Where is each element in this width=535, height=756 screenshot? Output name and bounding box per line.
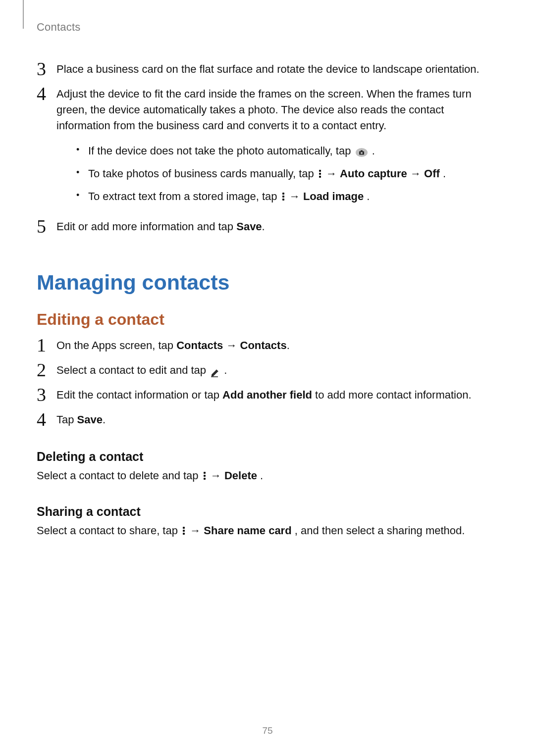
text: Select a contact to share, tap <box>37 524 181 537</box>
bold-text: Share name card <box>204 524 291 537</box>
edit-step-2: 2 Select a contact to edit and tap . <box>37 362 498 379</box>
steps-top: 3 Place a business card on the flat surf… <box>37 61 498 236</box>
text: If the device does not take the photo au… <box>88 145 354 157</box>
text: . <box>287 339 290 352</box>
step-text: On the Apps screen, tap Contacts → Conta… <box>56 338 498 353</box>
step-4: 4 Adjust the device to fit the card insi… <box>37 86 498 211</box>
step-text: Select a contact to edit and tap . <box>56 362 498 378</box>
text: . <box>443 167 446 180</box>
more-icon <box>182 526 186 536</box>
step-text: Place a business card on the flat surfac… <box>56 61 498 77</box>
step-number: 3 <box>37 59 56 78</box>
bullet-text: To extract text from a stored image, tap… <box>88 188 498 205</box>
edit-step-3: 3 Edit the contact information or tap Ad… <box>37 387 498 404</box>
step-number: 4 <box>37 84 56 103</box>
text: Edit or add more information and tap <box>56 220 236 233</box>
bold-text: Off <box>424 167 440 180</box>
page-number: 75 <box>0 725 535 736</box>
text: To extract text from a stored image, tap <box>88 190 280 202</box>
text: to add more contact information. <box>312 389 472 401</box>
step-text: Adjust the device to fit the card inside… <box>56 86 498 211</box>
bold-text: Add another field <box>222 389 312 401</box>
content: 3 Place a business card on the flat surf… <box>37 61 498 539</box>
step-text: Edit the contact information or tap Add … <box>56 387 498 403</box>
heading-editing-contact: Editing a contact <box>37 310 498 329</box>
text: . <box>262 220 265 233</box>
bullet-text: If the device does not take the photo au… <box>88 143 498 159</box>
bold-text: Contacts <box>240 339 287 352</box>
arrow: → <box>326 167 340 180</box>
section-label: Contacts <box>37 21 498 34</box>
step-4-bullets: • If the device does not take the photo … <box>76 143 498 205</box>
arrow: → <box>410 167 424 180</box>
text: . <box>367 190 370 202</box>
text: On the Apps screen, tap <box>56 339 176 352</box>
arrow: → <box>211 469 224 482</box>
text: . <box>103 413 106 426</box>
text: Select a contact to edit and tap <box>56 364 209 376</box>
bold-text: Load image <box>303 190 364 202</box>
step-number: 5 <box>37 217 56 236</box>
pencil-icon <box>210 366 220 376</box>
bold-text: Save <box>77 413 103 426</box>
bullet-dot: • <box>76 188 88 202</box>
text: . <box>372 145 375 157</box>
arrow: → <box>190 524 204 537</box>
step-3: 3 Place a business card on the flat surf… <box>37 61 498 78</box>
more-icon <box>203 471 207 481</box>
heading-sharing-contact: Sharing a contact <box>37 504 498 519</box>
header-divider <box>23 0 24 29</box>
text: Tap <box>56 413 77 426</box>
bold-text: Delete <box>224 469 257 482</box>
delete-paragraph: Select a contact to delete and tap → Del… <box>37 468 498 484</box>
text: Edit the contact information or tap <box>56 389 222 401</box>
svg-rect-4 <box>211 376 218 377</box>
text: , and then select a sharing method. <box>295 524 465 537</box>
text: Select a contact to delete and tap <box>37 469 202 482</box>
step-4-text: Adjust the device to fit the card inside… <box>56 88 472 132</box>
arrow: → <box>289 190 303 202</box>
more-icon <box>318 169 322 179</box>
text: To take photos of business cards manuall… <box>88 167 317 180</box>
edit-step-1: 1 On the Apps screen, tap Contacts → Con… <box>37 338 498 354</box>
step-number: 2 <box>37 360 56 379</box>
bullet-load-image: • To extract text from a stored image, t… <box>76 188 498 205</box>
bold-text: Save <box>236 220 262 233</box>
edit-step-4: 4 Tap Save. <box>37 412 498 429</box>
step-number: 1 <box>37 336 56 354</box>
page: Contacts 3 Place a business card on the … <box>0 0 535 756</box>
step-number: 3 <box>37 385 56 404</box>
bullet-manual: • To take photos of business cards manua… <box>76 165 498 182</box>
camera-icon <box>355 146 368 155</box>
editing-steps: 1 On the Apps screen, tap Contacts → Con… <box>37 338 498 429</box>
step-5: 5 Edit or add more information and tap S… <box>37 219 498 236</box>
step-text: Edit or add more information and tap Sav… <box>56 219 498 235</box>
bullet-dot: • <box>76 143 88 157</box>
heading-managing-contacts: Managing contacts <box>37 270 498 295</box>
arrow: → <box>223 339 240 352</box>
bullet-text: To take photos of business cards manuall… <box>88 165 498 182</box>
bold-text: Auto capture <box>340 167 407 180</box>
share-paragraph: Select a contact to share, tap → Share n… <box>37 523 498 539</box>
svg-point-3 <box>360 152 362 154</box>
bullet-dot: • <box>76 165 88 180</box>
step-number: 4 <box>37 410 56 429</box>
more-icon <box>281 192 285 202</box>
heading-deleting-contact: Deleting a contact <box>37 450 498 464</box>
text: . <box>224 364 227 376</box>
bullet-auto: • If the device does not take the photo … <box>76 143 498 159</box>
bold-text: Contacts <box>176 339 223 352</box>
text: . <box>260 469 263 482</box>
step-text: Tap Save. <box>56 412 498 428</box>
svg-rect-2 <box>361 150 363 151</box>
